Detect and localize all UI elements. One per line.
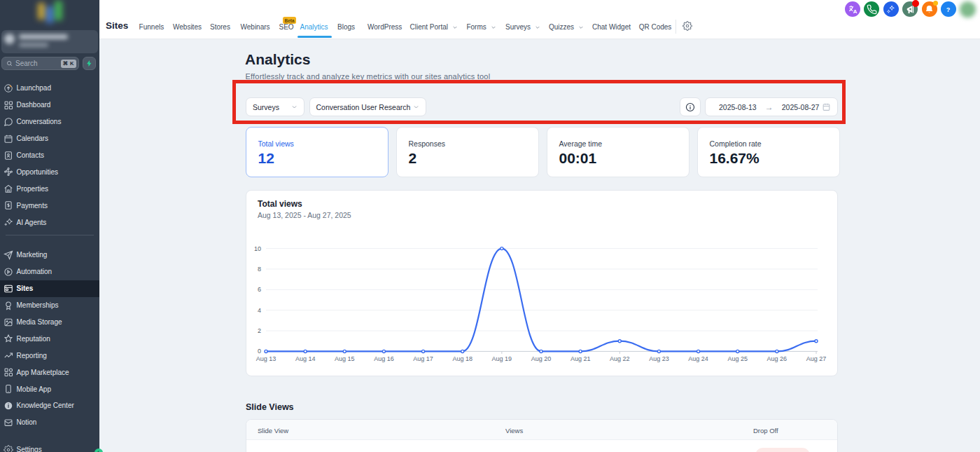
- svg-text:Aug 18: Aug 18: [452, 355, 472, 362]
- svg-text:Aug 19: Aug 19: [491, 355, 512, 362]
- svg-text:A: A: [853, 8, 857, 15]
- svg-text:Aug 23: Aug 23: [649, 355, 669, 362]
- svg-text:10: 10: [253, 245, 260, 252]
- svg-text:Aug 22: Aug 22: [610, 355, 630, 362]
- svg-text:Aug 20: Aug 20: [531, 355, 551, 362]
- svg-text:Aug 14: Aug 14: [295, 355, 315, 362]
- svg-text:Aug 16: Aug 16: [374, 355, 394, 362]
- svg-text:4: 4: [257, 307, 260, 314]
- svg-text:Aug 27: Aug 27: [806, 355, 826, 362]
- svg-text:Aug 15: Aug 15: [335, 355, 355, 362]
- svg-text:Aug 24: Aug 24: [688, 355, 708, 362]
- svg-text:Aug 17: Aug 17: [413, 355, 433, 362]
- svg-text:Aug 13: Aug 13: [255, 355, 276, 362]
- svg-text:8: 8: [257, 266, 260, 273]
- svg-text:6: 6: [257, 286, 260, 293]
- svg-text:2: 2: [257, 327, 260, 334]
- svg-text:Aug 21: Aug 21: [570, 355, 590, 362]
- svg-text:Aug 26: Aug 26: [766, 355, 787, 362]
- svg-text:?: ?: [946, 6, 951, 13]
- svg-text:0: 0: [257, 348, 260, 355]
- svg-text:Aug 25: Aug 25: [727, 355, 748, 362]
